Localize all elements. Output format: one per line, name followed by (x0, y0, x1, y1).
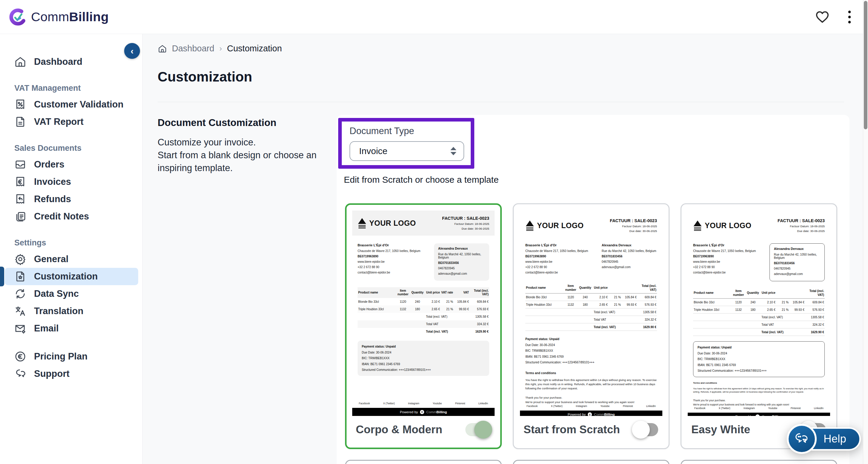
breadcrumb-dashboard-link[interactable]: Dashboard (172, 43, 214, 54)
sidebar-item-email[interactable]: Email (5, 320, 138, 337)
sidebar-item-orders[interactable]: Orders (5, 156, 138, 173)
translate-icon (14, 305, 26, 317)
social-links-row: FacebookX (Twitter)InstagramYoutubePinte… (520, 405, 662, 408)
address-line: 0467820945 (602, 260, 657, 264)
sidebar-item-label: Orders (34, 159, 64, 170)
invoice-preview: YOUR LOGO FACTUUR : SALE-0023 Factuur Da… (520, 211, 662, 416)
template-card[interactable]: YOUR LOGO FACTUUR : SALE-0023 Factuur Da… (513, 203, 670, 449)
templates-subtitle: Edit from Scratch or choose a template (344, 175, 499, 185)
sidebar-item-data-sync[interactable]: Data Sync (5, 285, 138, 303)
template-card-partial[interactable] (345, 460, 502, 464)
sidebar-item-label: Customization (34, 271, 98, 282)
social-link: Youtube (433, 402, 442, 405)
app-title: CommBilling (31, 9, 108, 24)
address-line: Chaussée de Wavre 217, 1050 Ixelles, Bel… (525, 249, 598, 253)
invoice-preview: YOUR LOGO FACTUUR : SALE-0023 Factuur Da… (688, 211, 830, 416)
social-link: Pinterest (791, 407, 801, 410)
template-toggle[interactable] (633, 423, 658, 436)
document-star-icon (14, 271, 26, 282)
more-menu-button[interactable] (848, 10, 851, 24)
sidebar-item-vat-report[interactable]: VAT Report (5, 113, 138, 130)
sidebar-item-label: Email (34, 323, 59, 334)
sidebar-item-invoices[interactable]: Invoices (5, 173, 138, 190)
sidebar-item-dashboard[interactable]: Dashboard (5, 53, 138, 70)
sidebar-item-label: Dashboard (34, 56, 82, 67)
social-link: LinkedIn (646, 405, 656, 408)
address-line: adervaux@gmail.com (774, 272, 820, 276)
template-name: Start from Scratch (524, 423, 620, 436)
main-content: Dashboard › Customization Customization … (143, 34, 868, 464)
buyer-address: Alexandra Dervaux Rue du Marché 42, 1050… (602, 243, 657, 276)
template-card-partial[interactable] (513, 460, 670, 464)
powered-by-bar: Powered by c CommBilling (352, 408, 495, 416)
toggle-knob (474, 421, 492, 439)
invoice-logo: YOUR LOGO (525, 220, 584, 231)
sidebar-item-label: Customer Validation (34, 99, 124, 110)
invoice-total-row: Total (incl. VAT)1629.90 € (525, 323, 657, 331)
social-link: Pinterest (455, 402, 465, 405)
page-scrollbar[interactable] (863, 0, 868, 464)
invoice-table: Product name Item number Quantity Unit p… (520, 283, 662, 331)
sidebar-item-refunds[interactable]: Refunds (5, 190, 138, 208)
invoice-header: YOUR LOGO FACTUUR : SALE-0023 Factuur Da… (520, 211, 662, 236)
sidebar-item-label: Pricing Plan (34, 351, 88, 362)
social-link: Instagram (408, 402, 420, 405)
payment-line: IBAN: BE71 0961 2345 6769 (525, 354, 657, 360)
inbox-icon (14, 159, 26, 171)
address-line: www.biere-epidor.be (693, 260, 766, 264)
sidebar-item-customization[interactable]: Customization (5, 268, 138, 285)
invoice-date: Factuur Datum: 18-06-2025 (442, 222, 489, 225)
address-line: 0467820945 (774, 267, 820, 270)
invoice-total-row: Total (excl. VAT)1305.58 € (358, 313, 489, 320)
template-card[interactable]: YOUR LOGO FACTUUR : SALE-0023 Factuur Da… (681, 203, 837, 449)
invoice-table-row: Triple Houblon 33cl11321802.65 €21 %99.9… (693, 306, 825, 313)
template-name: Easy White (691, 423, 750, 436)
address-line: Chaussée de Wavre 217, 1050 Ixelles, Bel… (693, 249, 766, 253)
receipt-euro-icon (14, 176, 26, 188)
powered-by-logo-icon: c (588, 412, 592, 416)
social-link: X (Twitter) (383, 402, 395, 405)
invoice-total-row: Total (excl. VAT)1305.58 € (525, 308, 657, 316)
payment-line: Due Date: 30-06-2024 (525, 342, 657, 348)
template-toggle[interactable] (465, 423, 490, 436)
sidebar-item-support[interactable]: Support (5, 365, 138, 382)
sidebar-item-pricing-plan[interactable]: Pricing Plan (5, 348, 138, 365)
invoice-logo-text: YOUR LOGO (537, 221, 584, 230)
select-arrows-icon (451, 147, 456, 155)
thank-you-note: Thank you for your purchase. We're proud… (693, 399, 825, 407)
invoice-logo: YOUR LOGO (358, 218, 416, 228)
sidebar-item-credit-notes[interactable]: Credit Notes (5, 208, 138, 225)
payment-line: IBAN: BE71 0961 2345 6769 (362, 361, 485, 367)
address-line: adervaux@gmail.com (602, 266, 657, 269)
address-line: contact@biere-epidor.be (358, 271, 430, 274)
sidebar-item-translation[interactable]: Translation (5, 303, 138, 320)
sidebar: ‹ Dashboard VAT Management Customer Vali… (0, 34, 143, 464)
social-link: Instagram (576, 405, 587, 408)
template-card[interactable]: YOUR LOGO FACTUUR : SALE-0023 Factuur Da… (345, 203, 502, 449)
document-type-select[interactable]: Invoice (349, 141, 464, 161)
sidebar-section-sales-documents: Sales Documents (14, 144, 138, 153)
sidebar-item-general[interactable]: General (5, 250, 138, 268)
payment-line: BIC: TRWIBEB1XXX (698, 356, 820, 362)
invoice-total-row: Total (incl. VAT)1629.90 € (693, 329, 825, 336)
sidebar-item-label: Support (34, 368, 69, 379)
seller-address: Brasserie L'Épi d'Or Chaussée de Wavre 2… (525, 243, 598, 276)
home-icon (158, 44, 167, 53)
favorites-button[interactable] (815, 11, 829, 23)
address-line: BE0701833456 (602, 255, 657, 258)
help-button[interactable]: Help (787, 424, 861, 454)
buyer-address: Alexandra Dervaux Rue du Marché 42, 1050… (434, 243, 489, 281)
template-card-partial[interactable] (681, 460, 837, 464)
scrollbar-thumb[interactable] (864, 1, 867, 129)
sync-icon (14, 288, 26, 300)
address-line: Rue du Marché 42, 1050 Ixelles, Belgium (602, 249, 657, 253)
invoice-table-row: Blonde Bio 33cl11202402.10 €21 %105.84 €… (525, 293, 657, 301)
sidebar-item-customer-validation[interactable]: Customer Validation (5, 96, 138, 113)
sidebar-item-label: Invoices (34, 177, 71, 187)
payment-info: Payment status: Unpaid Due Date: 30-06-2… (693, 341, 825, 377)
invoice-due-date: Due date: 30-06-2025 (778, 229, 825, 233)
address-line: Rue du Marché 42, 1050 Ixelles, Belgium (438, 253, 485, 259)
app-logo[interactable]: CommBilling (0, 8, 108, 26)
invoice-logo-text: YOUR LOGO (369, 219, 416, 227)
invoice-date: Factuur Datum: 18-06-2025 (610, 224, 657, 228)
